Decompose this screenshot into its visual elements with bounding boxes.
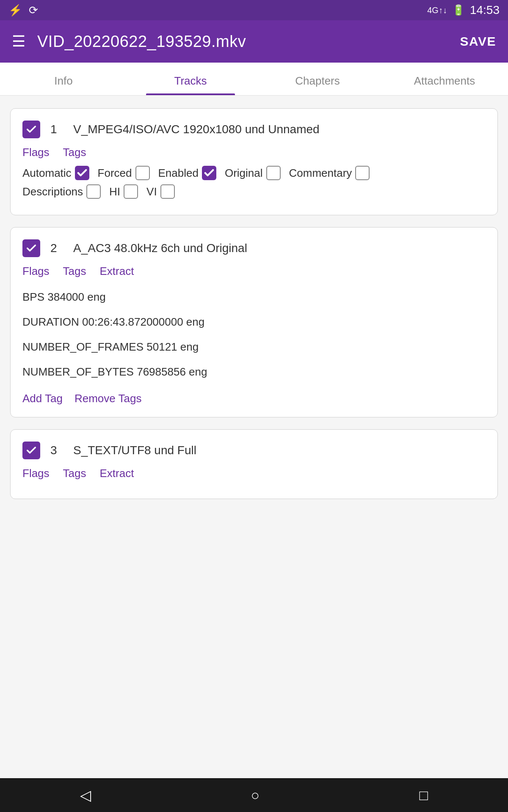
flag-forced-checkbox[interactable] [135, 166, 150, 180]
time-display: 14:53 [470, 3, 500, 17]
track-card-2: 2 A_AC3 48.0kHz 6ch und Original Flags T… [10, 227, 498, 417]
track-2-tags-link[interactable]: Tags [63, 265, 86, 278]
save-button[interactable]: SAVE [460, 34, 496, 49]
track-3-checkbox[interactable] [22, 442, 40, 459]
flag-vi-label: VI [146, 185, 157, 198]
hamburger-menu-icon[interactable]: ☰ [12, 33, 25, 50]
track-2-checkbox[interactable] [22, 239, 40, 257]
flag-original-label: Original [225, 167, 263, 180]
track-2-info: A_AC3 48.0kHz 6ch und Original [73, 241, 486, 255]
track-1-flags-row1: Automatic Forced Enabled [22, 166, 486, 180]
track-3-info: S_TEXT/UTF8 und Full [73, 444, 486, 457]
usb-icon: ⚡ [8, 4, 22, 17]
flag-forced: Forced [98, 166, 150, 180]
signal-icon: 4G↑↓ [427, 5, 447, 15]
bottom-nav: ◁ ○ □ [0, 778, 508, 812]
battery-icon: 🔋 [452, 4, 465, 16]
track-3-tags-link[interactable]: Tags [63, 467, 86, 480]
flag-hi-label: HI [109, 185, 120, 198]
tabs-container: Info Tracks Chapters Attachments [0, 63, 508, 96]
tag-bps: BPS 384000 eng [22, 285, 486, 310]
flag-commentary: Commentary [289, 166, 370, 180]
flag-vi-checkbox[interactable] [160, 184, 175, 199]
track-1-checkbox[interactable] [22, 121, 40, 138]
track-2-section-links: Flags Tags Extract [22, 265, 486, 278]
tab-info[interactable]: Info [0, 63, 127, 95]
tab-chapters[interactable]: Chapters [254, 63, 381, 95]
track-1-info: V_MPEG4/ISO/AVC 1920x1080 und Unnamed [73, 123, 486, 136]
flag-automatic: Automatic [22, 166, 89, 180]
track-1-flags-row2: Descriptions HI VI [22, 184, 486, 199]
flag-enabled: Enabled [158, 166, 216, 180]
track-1-header: 1 V_MPEG4/ISO/AVC 1920x1080 und Unnamed [22, 121, 486, 138]
track-1-section-links: Flags Tags [22, 146, 486, 159]
app-bar-left: ☰ VID_20220622_193529.mkv [12, 33, 246, 51]
flag-original-checkbox[interactable] [266, 166, 281, 180]
status-bar: ⚡ ⟳ 4G↑↓ 🔋 14:53 [0, 0, 508, 20]
add-tag-button[interactable]: Add Tag [22, 392, 63, 405]
track-3-number: 3 [50, 444, 63, 457]
remove-tags-button[interactable]: Remove Tags [75, 392, 142, 405]
track-1-tags-link[interactable]: Tags [63, 146, 86, 159]
track-2-number: 2 [50, 241, 63, 255]
flag-hi-checkbox[interactable] [124, 184, 138, 199]
flag-enabled-label: Enabled [158, 167, 199, 180]
tag-num-bytes: NUMBER_OF_BYTES 76985856 eng [22, 359, 486, 384]
track-3-flags-link[interactable]: Flags [22, 467, 50, 480]
flag-commentary-checkbox[interactable] [355, 166, 370, 180]
flag-descriptions-label: Descriptions [22, 185, 83, 198]
track-2-flags-link[interactable]: Flags [22, 265, 50, 278]
back-nav-icon[interactable]: ◁ [80, 787, 91, 804]
app-bar: ☰ VID_20220622_193529.mkv SAVE [0, 20, 508, 63]
flag-automatic-label: Automatic [22, 167, 72, 180]
wifi-icon: ⟳ [29, 4, 38, 17]
track-3-extract-link[interactable]: Extract [100, 467, 134, 480]
tab-tracks[interactable]: Tracks [127, 63, 254, 95]
flag-vi: VI [146, 184, 175, 199]
status-bar-right: 4G↑↓ 🔋 14:53 [427, 3, 500, 17]
flag-enabled-checkbox[interactable] [202, 166, 216, 180]
track-3-header: 3 S_TEXT/UTF8 und Full [22, 442, 486, 459]
recent-nav-icon[interactable]: □ [420, 787, 428, 804]
content-area: 1 V_MPEG4/ISO/AVC 1920x1080 und Unnamed … [0, 96, 508, 512]
flag-forced-label: Forced [98, 167, 132, 180]
app-title: VID_20220622_193529.mkv [37, 33, 246, 51]
flag-original: Original [225, 166, 281, 180]
tag-actions: Add Tag Remove Tags [22, 392, 486, 405]
home-nav-icon[interactable]: ○ [251, 787, 260, 804]
track-card-3: 3 S_TEXT/UTF8 und Full Flags Tags Extrac… [10, 429, 498, 499]
track-2-extract-link[interactable]: Extract [100, 265, 134, 278]
flag-descriptions: Descriptions [22, 184, 101, 199]
tab-attachments[interactable]: Attachments [381, 63, 508, 95]
track-3-section-links: Flags Tags Extract [22, 467, 486, 480]
track-1-number: 1 [50, 123, 63, 136]
track-card-1: 1 V_MPEG4/ISO/AVC 1920x1080 und Unnamed … [10, 108, 498, 215]
flag-hi: HI [109, 184, 138, 199]
track-1-flags-link[interactable]: Flags [22, 146, 50, 159]
track-2-header: 2 A_AC3 48.0kHz 6ch und Original [22, 239, 486, 257]
flag-descriptions-checkbox[interactable] [86, 184, 101, 199]
tag-duration: DURATION 00:26:43.872000000 eng [22, 310, 486, 335]
status-bar-left: ⚡ ⟳ [8, 4, 38, 17]
track-2-tags-area: BPS 384000 eng DURATION 00:26:43.8720000… [22, 285, 486, 405]
flag-automatic-checkbox[interactable] [75, 166, 89, 180]
tag-num-frames: NUMBER_OF_FRAMES 50121 eng [22, 335, 486, 359]
flag-commentary-label: Commentary [289, 167, 352, 180]
